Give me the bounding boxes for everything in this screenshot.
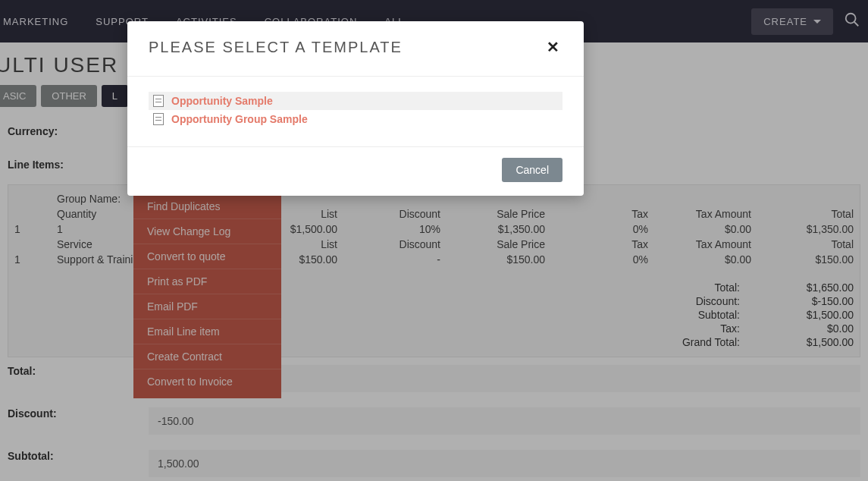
cancel-button[interactable]: Cancel: [502, 158, 562, 182]
modal-title: PLEASE SELECT A TEMPLATE: [149, 39, 403, 56]
template-select-modal: PLEASE SELECT A TEMPLATE ✕ Opportunity S…: [127, 21, 584, 196]
close-icon[interactable]: ✕: [544, 38, 562, 56]
template-link[interactable]: Opportunity Sample: [171, 95, 273, 107]
template-option[interactable]: Opportunity Sample: [149, 92, 562, 110]
document-icon: [153, 113, 164, 125]
template-option[interactable]: Opportunity Group Sample: [149, 110, 562, 128]
document-icon: [153, 95, 164, 107]
template-link[interactable]: Opportunity Group Sample: [171, 113, 308, 125]
